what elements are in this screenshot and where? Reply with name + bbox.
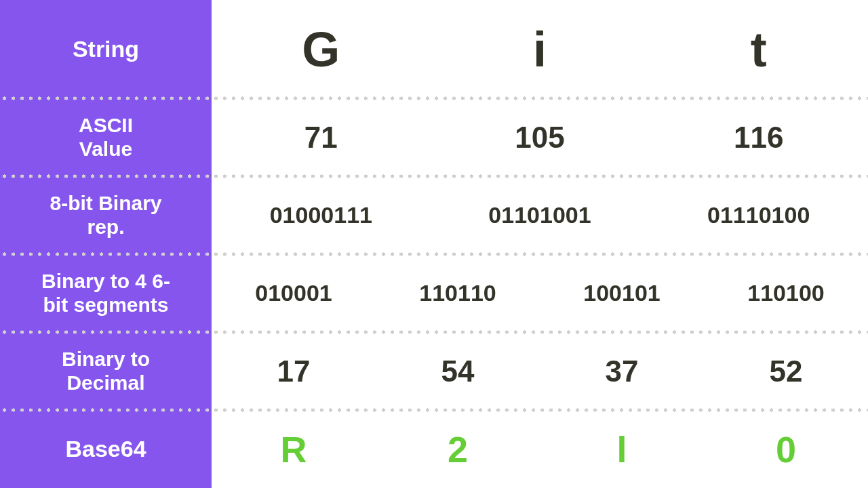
base64-char: l xyxy=(540,428,704,470)
data-8bit-binary: 01000111 01101001 01110100 xyxy=(212,176,868,254)
decimal-value: 52 xyxy=(704,354,868,388)
data-base64: R 2 l 0 xyxy=(212,410,868,488)
ascii-value: 71 xyxy=(212,121,431,155)
label-8bit-binary: 8-bit Binaryrep. xyxy=(0,176,212,254)
data-6bit-segments: 010001 110110 100101 110100 xyxy=(212,254,868,332)
row-8bit-binary: 8-bit Binaryrep. 01000111 01101001 01110… xyxy=(0,176,868,254)
data-ascii: 71 105 116 xyxy=(212,98,868,176)
row-string: String G i t xyxy=(0,0,868,98)
row-6bit-segments: Binary to 4 6-bit segments 010001 110110… xyxy=(0,254,868,332)
binary-6bit: 100101 xyxy=(540,280,704,306)
row-ascii: ASCIIValue 71 105 116 xyxy=(0,98,868,176)
string-char: G xyxy=(212,22,431,77)
divider xyxy=(0,96,868,101)
label-base64: Base64 xyxy=(0,410,212,488)
base64-char: R xyxy=(212,428,376,470)
binary-6bit: 010001 xyxy=(212,280,376,306)
row-base64: Base64 R 2 l 0 xyxy=(0,410,868,488)
label-string: String xyxy=(0,0,212,98)
string-char: t xyxy=(649,22,868,77)
label-ascii: ASCIIValue xyxy=(0,98,212,176)
binary-8bit: 01000111 xyxy=(212,202,431,228)
divider xyxy=(0,329,868,335)
string-char: i xyxy=(431,22,650,77)
divider xyxy=(0,174,868,179)
divider xyxy=(0,407,868,413)
data-decimal: 17 54 37 52 xyxy=(212,332,868,410)
decimal-value: 37 xyxy=(540,354,704,388)
divider xyxy=(0,251,868,257)
decimal-value: 17 xyxy=(212,354,376,388)
binary-6bit: 110100 xyxy=(704,280,868,306)
binary-8bit: 01101001 xyxy=(431,202,650,228)
base64-char: 0 xyxy=(704,428,868,470)
binary-6bit: 110110 xyxy=(376,280,540,306)
base64-char: 2 xyxy=(376,428,540,470)
data-string: G i t xyxy=(212,0,868,98)
ascii-value: 105 xyxy=(431,121,650,155)
label-decimal: Binary toDecimal xyxy=(0,332,212,410)
ascii-value: 116 xyxy=(649,121,868,155)
decimal-value: 54 xyxy=(376,354,540,388)
encoding-table: String G i t ASCIIValue 71 105 116 8-bit… xyxy=(0,0,868,488)
row-decimal: Binary toDecimal 17 54 37 52 xyxy=(0,332,868,410)
binary-8bit: 01110100 xyxy=(649,202,868,228)
label-6bit-segments: Binary to 4 6-bit segments xyxy=(0,254,212,332)
